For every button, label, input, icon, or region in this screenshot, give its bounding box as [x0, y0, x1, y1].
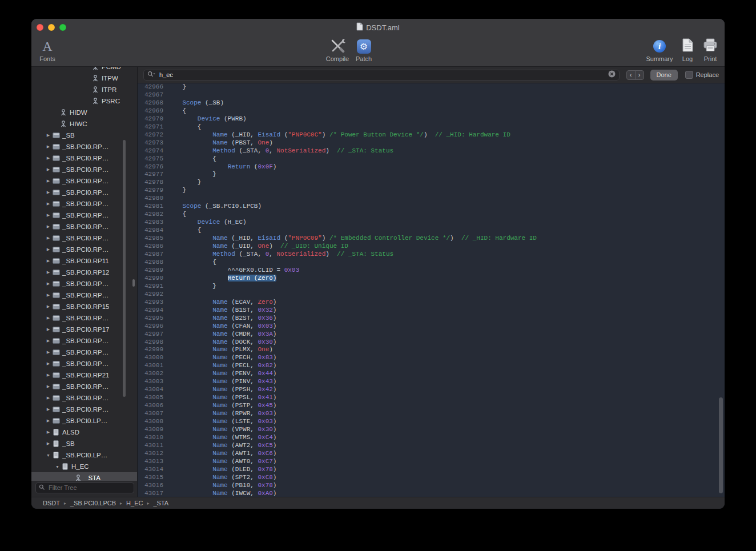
breadcrumb-item[interactable]: _STA: [153, 500, 168, 506]
code-line[interactable]: 42978 }: [138, 179, 725, 187]
tree-item-_sb-pci0-lp[interactable]: ▼_SB.PCI0.LP…: [31, 449, 137, 461]
code-line[interactable]: 43006 Name (PSTP, 0x45): [138, 402, 725, 410]
code-line[interactable]: 42999 Name (PLMX, One): [138, 346, 725, 354]
code-line[interactable]: 42984 {: [138, 227, 725, 235]
tree-item-_sb-pci0-rp[interactable]: ▶_SB.PCI0.RP…: [31, 164, 137, 175]
code-line[interactable]: 42989 ^^^GFX0.CLID = 0x03: [138, 267, 725, 275]
tree-item-_sb-pci0-rp[interactable]: ▶_SB.PCI0.RP…: [31, 347, 137, 358]
disclosure-collapsed-icon[interactable]: ▶: [45, 316, 51, 320]
clear-search-icon[interactable]: [608, 70, 616, 80]
sidebar-scrollbar[interactable]: [123, 140, 126, 397]
disclosure-collapsed-icon[interactable]: ▶: [45, 339, 51, 343]
tree-item-_sb-pci0-rp[interactable]: ▶_SB.PCI0.RP…: [31, 335, 137, 347]
disclosure-collapsed-icon[interactable]: ▶: [45, 247, 51, 252]
tree-item-pcmd[interactable]: PCMD: [31, 67, 137, 73]
find-next-button[interactable]: ›: [635, 70, 644, 80]
code-line[interactable]: 43000 Name (PECH, 0x83): [138, 354, 725, 362]
tree-item-_sb-pci0-rp11[interactable]: ▶_SB.PCI0.RP11: [31, 255, 137, 267]
done-button[interactable]: Done: [650, 70, 678, 81]
breadcrumb-item[interactable]: DSDT: [43, 500, 60, 506]
code-line[interactable]: 43017 Name (IWCW, 0xA0): [138, 490, 725, 497]
disclosure-collapsed-icon[interactable]: ▶: [45, 441, 51, 446]
code-line[interactable]: 42980: [138, 195, 725, 203]
tree-item-psrc[interactable]: PSRC: [31, 95, 137, 107]
disclosure-collapsed-icon[interactable]: ▶: [45, 304, 51, 309]
code-line[interactable]: 42974 Method (_STA, 0, NotSerialized) //…: [138, 147, 725, 155]
code-line[interactable]: 43010 Name (WTMS, 0xC4): [138, 434, 725, 442]
tree-item-_sb-pci0-rp15[interactable]: ▶_SB.PCI0.RP15: [31, 301, 137, 312]
tree-item-_sb-pci0-rp[interactable]: ▶_SB.PCI0.RP…: [31, 187, 137, 198]
title-bar[interactable]: DSDT.aml: [31, 19, 725, 36]
code-line[interactable]: 42996 Name (CFAN, 0x03): [138, 323, 725, 331]
disclosure-collapsed-icon[interactable]: ▶: [45, 144, 51, 149]
code-line[interactable]: 43013 Name (AWT0, 0xC7): [138, 458, 725, 466]
code-line[interactable]: 43002 Name (PENV, 0x44): [138, 370, 725, 378]
breadcrumb-item[interactable]: H_EC: [126, 500, 143, 506]
code-line[interactable]: 43001 Name (PECL, 0x82): [138, 362, 725, 370]
code-line[interactable]: 42967: [138, 91, 725, 99]
editor-scrollbar[interactable]: [719, 397, 723, 493]
tree-item-_sb-pci0-rp[interactable]: ▶_SB.PCI0.RP…: [31, 278, 137, 289]
tree-item-hiwc[interactable]: HIWC: [31, 118, 137, 130]
tree-item-_sb-pci0-rp12[interactable]: ▶_SB.PCI0.RP12: [31, 267, 137, 278]
tree-item-_sb-pci0-rp[interactable]: ▶_SB.PCI0.RP…: [31, 141, 137, 152]
tree-item-_sb-pci0-rp[interactable]: ▶_SB.PCI0.RP…: [31, 404, 137, 415]
disclosure-collapsed-icon[interactable]: ▶: [45, 156, 51, 160]
filter-tree-field[interactable]: [35, 482, 134, 493]
tree-item-h_ec[interactable]: ▼H_EC: [31, 461, 137, 472]
disclosure-collapsed-icon[interactable]: ▶: [45, 396, 51, 400]
find-input[interactable]: [158, 71, 605, 79]
code-line[interactable]: 43016 Name (PB10, 0x78): [138, 482, 725, 490]
tree-item-_sb-pci0-rp[interactable]: ▶_SB.PCI0.RP…: [31, 244, 137, 255]
code-line[interactable]: 42994 Name (B1ST, 0x32): [138, 307, 725, 315]
code-line[interactable]: 42986 Name (_UID, One) // _UID: Unique I…: [138, 243, 725, 251]
tree-item-itpr[interactable]: ITPR: [31, 84, 137, 95]
code-line[interactable]: 42973 Name (PBST, One): [138, 139, 725, 147]
code-line[interactable]: 42987 Method (_STA, 0, NotSerialized) //…: [138, 251, 725, 259]
code-editor[interactable]: 42966 }4296742968 Scope (_SB)42969 {4297…: [138, 83, 725, 497]
tree-item-_sb[interactable]: ▶_SB: [31, 438, 137, 449]
disclosure-collapsed-icon[interactable]: ▶: [45, 224, 51, 229]
disclosure-collapsed-icon[interactable]: ▶: [45, 167, 51, 172]
tree-item-_sb-pci0-rp[interactable]: ▶_SB.PCI0.RP…: [31, 232, 137, 244]
disclosure-collapsed-icon[interactable]: ▶: [45, 179, 51, 183]
disclosure-collapsed-icon[interactable]: ▶: [45, 293, 51, 297]
code-line[interactable]: 42970 Device (PWRB): [138, 115, 725, 123]
sidebar-resize-handle[interactable]: [132, 279, 135, 287]
code-line[interactable]: 43011 Name (AWT2, 0xC5): [138, 442, 725, 450]
disclosure-collapsed-icon[interactable]: ▶: [45, 133, 51, 138]
code-line[interactable]: 42969 {: [138, 107, 725, 115]
code-line[interactable]: 43009 Name (VPWR, 0x30): [138, 426, 725, 434]
code-line[interactable]: 43008 Name (LSTE, 0x03): [138, 418, 725, 426]
code-line[interactable]: 42972 Name (_HID, EisaId ("PNP0C0C") /* …: [138, 131, 725, 139]
find-previous-button[interactable]: ‹: [626, 70, 636, 80]
search-menu-icon[interactable]: [147, 70, 155, 80]
breadcrumb-item[interactable]: _SB.PCI0.LPCB: [70, 500, 116, 506]
code-line[interactable]: 42976 Return (0x0F): [138, 163, 725, 171]
code-line[interactable]: 42979 }: [138, 187, 725, 195]
disclosure-collapsed-icon[interactable]: ▶: [45, 361, 51, 366]
disclosure-collapsed-icon[interactable]: ▶: [45, 384, 51, 389]
tree-item-_sb[interactable]: ▶_SB: [31, 130, 137, 141]
tree-item-_sb-pci0-rp[interactable]: ▶_SB.PCI0.RP…: [31, 392, 137, 404]
tree-item-_sb-pci0-rp[interactable]: ▶_SB.PCI0.RP…: [31, 289, 137, 301]
code-line[interactable]: 42982 {: [138, 211, 725, 219]
code-line[interactable]: 43004 Name (PPSH, 0x42): [138, 386, 725, 394]
code-line[interactable]: 42975 {: [138, 155, 725, 163]
disclosure-collapsed-icon[interactable]: ▶: [45, 190, 51, 195]
code-line[interactable]: 42992: [138, 291, 725, 299]
tree-item-itpw[interactable]: ITPW: [31, 73, 137, 84]
disclosure-collapsed-icon[interactable]: ▶: [45, 281, 51, 286]
code-line[interactable]: 43012 Name (AWT1, 0xC6): [138, 450, 725, 458]
disclosure-collapsed-icon[interactable]: ▶: [45, 259, 51, 263]
fonts-button[interactable]: A Fonts: [31, 38, 63, 62]
disclosure-collapsed-icon[interactable]: ▶: [45, 236, 51, 240]
tree-item-_sb-pci0-rp17[interactable]: ▶_SB.PCI0.RP17: [31, 324, 137, 335]
patch-button[interactable]: ⚙ Patch: [348, 38, 380, 62]
disclosure-collapsed-icon[interactable]: ▶: [45, 270, 51, 275]
tree-item-_sb-pci0-lp[interactable]: ▶_SB.PCI0.LP…: [31, 415, 137, 427]
tree-item-hidw[interactable]: HIDW: [31, 107, 137, 118]
code-line[interactable]: 42988 {: [138, 259, 725, 267]
disclosure-collapsed-icon[interactable]: ▶: [45, 373, 51, 377]
code-line[interactable]: 42997 Name (CMDR, 0x3A): [138, 331, 725, 339]
